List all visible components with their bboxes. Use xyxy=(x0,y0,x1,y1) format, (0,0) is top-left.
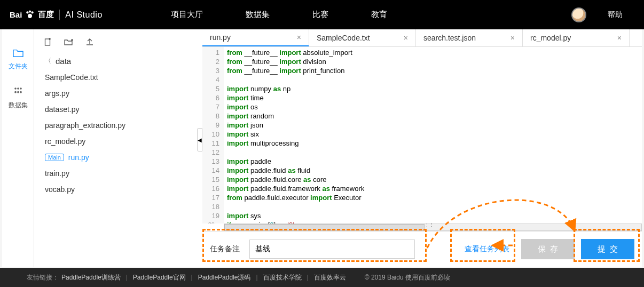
file-row[interactable]: train.py xyxy=(42,165,202,181)
scrollbar-thumb[interactable] xyxy=(224,224,425,230)
file-row[interactable]: vocab.py xyxy=(42,181,202,197)
code-editor[interactable]: 1234567891011121314151617181920 ▾2122232… xyxy=(202,47,642,224)
tab-run-py[interactable]: run.py× xyxy=(202,29,309,46)
footer-copyright: © 2019 Baidu 使用百度前必读 xyxy=(365,273,450,282)
file-row[interactable]: SampleCode.txt xyxy=(42,69,202,85)
workspace: 文件夹 数据集 〈 data SampleCode.txt args.py da… xyxy=(2,29,642,267)
logo-divider xyxy=(59,10,60,20)
close-icon[interactable]: × xyxy=(404,34,408,42)
svg-point-6 xyxy=(20,87,22,90)
nav-projects[interactable]: 项目大厅 xyxy=(171,10,203,20)
baidu-cn: 百度 xyxy=(38,10,54,20)
horizontal-scrollbar[interactable]: ⋮⋮ xyxy=(224,224,642,231)
submit-button[interactable]: 提交 xyxy=(581,239,634,259)
svg-point-8 xyxy=(17,91,19,93)
folder-name: data xyxy=(56,57,71,66)
svg-point-2 xyxy=(32,11,34,13)
svg-rect-10 xyxy=(45,39,50,45)
editor-tabs: run.py× SampleCode.txt× search.test.json… xyxy=(202,29,642,47)
new-file-icon[interactable] xyxy=(44,38,52,46)
logo-area: Bai 百度 AI Studio xyxy=(0,9,112,21)
baidu-text: Bai xyxy=(10,10,22,19)
footer-link[interactable]: PaddlePaddle官网 xyxy=(133,273,186,282)
main-nav: 项目大厅 数据集 比赛 教育 xyxy=(171,10,387,20)
main-file-row[interactable]: Main run.py xyxy=(42,149,202,165)
task-bottom-bar: 任务备注 查看任务列表 保存 提交 xyxy=(202,231,642,267)
footer-link[interactable]: 百度效率云 xyxy=(314,273,346,282)
folder-row[interactable]: 〈 data xyxy=(42,53,202,69)
svg-point-7 xyxy=(14,91,17,93)
avatar[interactable] xyxy=(571,7,586,22)
file-row[interactable]: dataset.py xyxy=(42,101,202,117)
code-area[interactable]: from __future__ import absolute_import f… xyxy=(224,47,364,224)
dataset-icon[interactable] xyxy=(2,81,34,101)
footer-link[interactable]: PaddlePaddle源码 xyxy=(198,273,251,282)
svg-point-5 xyxy=(17,87,19,90)
footer-link[interactable]: PaddlePaddle训练营 xyxy=(61,273,121,282)
file-row[interactable]: paragraph_extraction.py xyxy=(42,117,202,133)
file-sidebar: 〈 data SampleCode.txt args.py dataset.py… xyxy=(34,29,202,267)
view-task-list-link[interactable]: 查看任务列表 xyxy=(465,244,509,254)
sidebar-toolbar xyxy=(42,36,202,53)
topbar-right: 帮助 xyxy=(571,7,644,22)
editor-pane: ◀ run.py× SampleCode.txt× search.test.js… xyxy=(202,29,642,267)
nav-education[interactable]: 教育 xyxy=(371,10,387,20)
close-icon[interactable]: × xyxy=(511,34,515,42)
line-gutter: 1234567891011121314151617181920 ▾2122232… xyxy=(202,47,224,224)
upload-icon[interactable] xyxy=(85,38,94,46)
folder-icon[interactable] xyxy=(2,43,34,62)
top-navigation-bar: Bai 百度 AI Studio 项目大厅 数据集 比赛 教育 帮助 xyxy=(0,0,644,29)
help-link[interactable]: 帮助 xyxy=(608,10,623,20)
tab-rc-model[interactable]: rc_model.py× xyxy=(523,29,630,46)
svg-point-9 xyxy=(20,91,22,93)
dataset-label[interactable]: 数据集 xyxy=(2,101,34,110)
scrollbar-grip-icon: ⋮⋮ xyxy=(425,224,427,231)
product-name[interactable]: AI Studio xyxy=(65,10,102,20)
nav-competitions[interactable]: 比赛 xyxy=(312,10,328,20)
footer-prefix: 友情链接： xyxy=(27,273,59,282)
tab-samplecode[interactable]: SampleCode.txt× xyxy=(309,29,416,46)
file-tree: 〈 data SampleCode.txt args.py dataset.py… xyxy=(42,53,202,197)
close-icon[interactable]: × xyxy=(617,34,622,42)
svg-point-1 xyxy=(29,10,31,12)
tab-search-test[interactable]: search.test.json× xyxy=(416,29,523,46)
svg-point-0 xyxy=(27,11,29,13)
folder-label[interactable]: 文件夹 xyxy=(2,62,34,71)
left-rail: 文件夹 数据集 xyxy=(2,29,34,267)
svg-point-4 xyxy=(14,87,17,90)
page-footer: 友情链接： PaddlePaddle训练营| PaddlePaddle官网| P… xyxy=(0,268,644,287)
remark-input[interactable] xyxy=(249,240,415,259)
chevron-right-icon: 〈 xyxy=(45,57,51,66)
file-row[interactable]: args.py xyxy=(42,85,202,101)
sidebar-collapse-handle[interactable]: ◀ xyxy=(197,128,202,152)
new-folder-icon[interactable] xyxy=(64,38,74,46)
baidu-logo[interactable]: Bai 百度 xyxy=(10,9,54,21)
footer-link[interactable]: 百度技术学院 xyxy=(263,273,302,282)
close-icon[interactable]: × xyxy=(297,33,301,42)
nav-datasets[interactable]: 数据集 xyxy=(246,10,270,20)
file-row[interactable]: rc_model.py xyxy=(42,133,202,149)
save-button[interactable]: 保存 xyxy=(521,239,575,259)
main-badge: Main xyxy=(45,154,64,161)
svg-point-3 xyxy=(28,13,32,18)
main-file-name: run.py xyxy=(68,153,89,162)
pawprint-icon xyxy=(24,9,36,21)
remark-label: 任务备注 xyxy=(210,244,240,254)
